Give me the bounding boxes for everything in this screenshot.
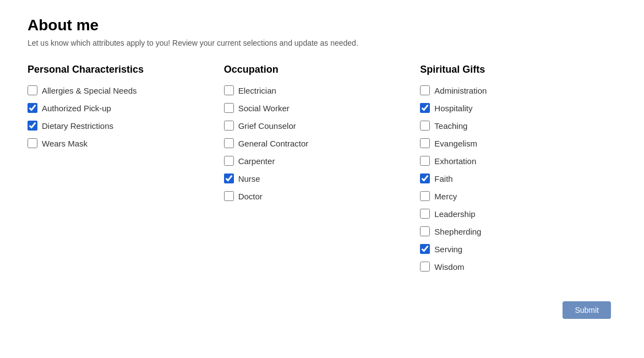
- checkbox-label-dietary-restrictions: Dietary Restrictions: [42, 121, 113, 131]
- checkbox-label-wisdom: Wisdom: [434, 262, 464, 272]
- checkbox-label-faith: Faith: [434, 174, 452, 183]
- checkbox-item-exhortation[interactable]: Exhortation: [420, 156, 605, 166]
- checkbox-label-evangelism: Evangelism: [434, 139, 477, 148]
- checkbox-item-hospitality[interactable]: Hospitality: [420, 103, 605, 113]
- checkbox-label-exhortation: Exhortation: [434, 156, 476, 166]
- page-title: About me: [28, 17, 616, 34]
- checkbox-item-teaching[interactable]: Teaching: [420, 121, 605, 131]
- checkbox-item-faith[interactable]: Faith: [420, 173, 605, 183]
- column-header-occupation: Occupation: [224, 64, 410, 75]
- checkbox-wears-mask[interactable]: [28, 138, 37, 148]
- checkbox-item-dietary-restrictions[interactable]: Dietary Restrictions: [28, 121, 213, 131]
- checkbox-label-administration: Administration: [434, 86, 487, 95]
- checkbox-label-social-worker: Social Worker: [238, 104, 290, 113]
- column-personal: Personal CharacteristicsAllergies & Spec…: [28, 64, 224, 279]
- checkbox-label-mercy: Mercy: [434, 192, 457, 201]
- columns-container: Personal CharacteristicsAllergies & Spec…: [28, 64, 616, 279]
- checkbox-allergies[interactable]: [28, 85, 37, 95]
- checkbox-nurse[interactable]: [224, 173, 234, 183]
- column-spiritual: Spiritual GiftsAdministrationHospitality…: [420, 64, 616, 279]
- checkbox-item-allergies[interactable]: Allergies & Special Needs: [28, 85, 213, 95]
- checkbox-label-serving: Serving: [434, 245, 462, 254]
- checkbox-label-doctor: Doctor: [238, 192, 263, 201]
- checkbox-label-allergies: Allergies & Special Needs: [42, 86, 137, 95]
- column-header-personal: Personal Characteristics: [28, 64, 213, 75]
- checkbox-social-worker[interactable]: [224, 103, 234, 113]
- submit-button[interactable]: Submit: [563, 301, 611, 319]
- checkbox-label-carpenter: Carpenter: [238, 156, 275, 166]
- column-occupation: OccupationElectricianSocial WorkerGrief …: [224, 64, 421, 279]
- checkbox-item-doctor[interactable]: Doctor: [224, 191, 410, 201]
- checkbox-electrician[interactable]: [224, 85, 234, 95]
- checkbox-label-teaching: Teaching: [434, 121, 467, 131]
- checkbox-label-general-contractor: General Contractor: [238, 139, 309, 148]
- checkbox-shepherding[interactable]: [420, 226, 430, 236]
- checkbox-mercy[interactable]: [420, 191, 430, 201]
- checkbox-label-leadership: Leadership: [434, 209, 475, 219]
- checkbox-item-shepherding[interactable]: Shepherding: [420, 226, 605, 236]
- checkbox-dietary-restrictions[interactable]: [28, 121, 37, 131]
- checkbox-item-grief-counselor[interactable]: Grief Counselor: [224, 121, 410, 131]
- checkbox-authorized-pickup[interactable]: [28, 103, 37, 113]
- checkbox-item-leadership[interactable]: Leadership: [420, 209, 605, 219]
- submit-container: Submit: [28, 301, 616, 319]
- checkbox-hospitality[interactable]: [420, 103, 430, 113]
- checkbox-item-general-contractor[interactable]: General Contractor: [224, 138, 410, 148]
- checkbox-doctor[interactable]: [224, 191, 234, 201]
- checkbox-item-carpenter[interactable]: Carpenter: [224, 156, 410, 166]
- checkbox-faith[interactable]: [420, 173, 430, 183]
- checkbox-general-contractor[interactable]: [224, 138, 234, 148]
- checkbox-label-authorized-pickup: Authorized Pick-up: [42, 104, 111, 113]
- checkbox-teaching[interactable]: [420, 121, 430, 131]
- checkbox-item-wisdom[interactable]: Wisdom: [420, 262, 605, 272]
- checkbox-item-authorized-pickup[interactable]: Authorized Pick-up: [28, 103, 213, 113]
- checkbox-item-mercy[interactable]: Mercy: [420, 191, 605, 201]
- checkbox-item-wears-mask[interactable]: Wears Mask: [28, 138, 213, 148]
- checkbox-exhortation[interactable]: [420, 156, 430, 166]
- checkbox-label-hospitality: Hospitality: [434, 104, 472, 113]
- column-header-spiritual: Spiritual Gifts: [420, 64, 605, 75]
- checkbox-grief-counselor[interactable]: [224, 121, 234, 131]
- checkbox-label-wears-mask: Wears Mask: [42, 139, 88, 148]
- checkbox-item-social-worker[interactable]: Social Worker: [224, 103, 410, 113]
- checkbox-item-electrician[interactable]: Electrician: [224, 85, 410, 95]
- checkbox-carpenter[interactable]: [224, 156, 234, 166]
- page-subtitle: Let us know which attributes apply to yo…: [28, 39, 616, 47]
- checkbox-item-nurse[interactable]: Nurse: [224, 173, 410, 183]
- checkbox-wisdom[interactable]: [420, 262, 430, 272]
- checkbox-evangelism[interactable]: [420, 138, 430, 148]
- checkbox-label-shepherding: Shepherding: [434, 227, 481, 236]
- checkbox-label-electrician: Electrician: [238, 86, 276, 95]
- checkbox-leadership[interactable]: [420, 209, 430, 219]
- checkbox-item-serving[interactable]: Serving: [420, 244, 605, 254]
- checkbox-label-grief-counselor: Grief Counselor: [238, 121, 296, 131]
- checkbox-item-evangelism[interactable]: Evangelism: [420, 138, 605, 148]
- checkbox-item-administration[interactable]: Administration: [420, 85, 605, 95]
- checkbox-serving[interactable]: [420, 244, 430, 254]
- checkbox-administration[interactable]: [420, 85, 430, 95]
- checkbox-label-nurse: Nurse: [238, 174, 260, 183]
